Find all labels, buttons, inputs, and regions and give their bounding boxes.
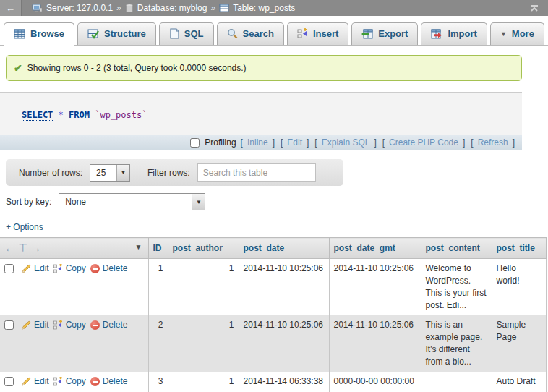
sql-query-box[interactable]: SELECT * FROM `wp_posts` bbox=[0, 93, 522, 135]
transpose-icon[interactable]: ⊤ bbox=[18, 242, 30, 254]
refresh-link[interactable]: Refresh bbox=[478, 137, 508, 148]
tab-label: Browse bbox=[30, 28, 64, 39]
delete-row-link[interactable]: Delete bbox=[90, 263, 128, 275]
cell-post-author: 1 bbox=[168, 372, 239, 392]
row-actions-header: ←⊤→ ▼ bbox=[0, 238, 148, 259]
delete-label: Delete bbox=[103, 263, 128, 275]
bracket: [ bbox=[314, 137, 317, 148]
bracket: ] bbox=[463, 137, 465, 148]
tab-more[interactable]: ▼ More bbox=[490, 22, 544, 45]
column-header-post-title[interactable]: post_title bbox=[492, 238, 546, 259]
profiling-checkbox[interactable] bbox=[190, 138, 200, 148]
sql-icon bbox=[169, 28, 179, 39]
number-of-rows-select[interactable]: 25 ▼ bbox=[90, 164, 130, 182]
sql-table-identifier: `wp_posts` bbox=[95, 110, 147, 120]
transpose-left-icon[interactable]: ← bbox=[4, 242, 18, 254]
bracket: [ bbox=[241, 137, 243, 148]
sort-by-key-select[interactable]: None ▼ bbox=[59, 193, 205, 210]
column-visibility-caret-icon[interactable]: ▼ bbox=[135, 243, 142, 251]
delete-row-link[interactable]: Delete bbox=[90, 319, 128, 331]
copy-row-link[interactable]: Copy bbox=[53, 319, 86, 331]
bracket: [ bbox=[471, 137, 473, 148]
table-icon bbox=[219, 4, 229, 12]
tab-label: Import bbox=[448, 28, 476, 39]
tab-structure[interactable]: Structure bbox=[77, 22, 156, 45]
edit-row-link[interactable]: Edit bbox=[21, 375, 49, 388]
tab-browse[interactable]: Browse bbox=[4, 22, 74, 46]
explain-sql-link[interactable]: Explain SQL bbox=[322, 137, 370, 148]
cell-post-title: Hello world! bbox=[492, 259, 546, 316]
select-dropdown-button[interactable]: ▼ bbox=[192, 194, 205, 210]
column-header-post-content[interactable]: post_content bbox=[421, 238, 492, 259]
copy-row-link[interactable]: Copy bbox=[53, 263, 86, 275]
pencil-icon bbox=[21, 377, 31, 387]
row-controls-bar: Number of rows: 25 ▼ Filter rows: bbox=[6, 159, 343, 186]
tab-search[interactable]: Search bbox=[217, 22, 284, 45]
inline-link[interactable]: Inline bbox=[247, 137, 268, 148]
delete-icon bbox=[90, 264, 100, 273]
chevron-down-icon: ▼ bbox=[500, 30, 507, 38]
query-options-bar: Profiling [ Inline ] [ Edit ] [ Explain … bbox=[0, 135, 522, 150]
tab-label: Insert bbox=[313, 28, 338, 39]
collapse-topbar-button[interactable] bbox=[529, 4, 548, 12]
transpose-right-icon[interactable]: → bbox=[30, 242, 44, 254]
delete-label: Delete bbox=[103, 319, 128, 331]
structure-icon bbox=[87, 29, 99, 39]
cell-id: 2 bbox=[148, 315, 168, 372]
tab-label: Structure bbox=[104, 28, 146, 39]
create-php-code-link[interactable]: Create PHP Code bbox=[389, 137, 458, 148]
pencil-icon bbox=[21, 264, 31, 274]
search-icon bbox=[227, 28, 238, 39]
breadcrumb-table[interactable]: Table: wp_posts bbox=[233, 3, 295, 13]
tab-label: SQL bbox=[184, 28, 204, 39]
column-header-id[interactable]: ID bbox=[148, 238, 168, 259]
tab-import[interactable]: Import bbox=[421, 22, 487, 45]
insert-icon bbox=[297, 28, 308, 39]
breadcrumb-separator: » bbox=[116, 3, 121, 13]
row-select-checkbox[interactable] bbox=[4, 320, 14, 330]
breadcrumb-server[interactable]: Server: 127.0.0.1 bbox=[46, 3, 113, 13]
breadcrumb: Server: 127.0.0.1 » Database: myblog » T… bbox=[22, 3, 529, 13]
column-header-post-date[interactable]: post_date bbox=[239, 238, 329, 259]
cell-post-date: 2014-11-10 10:25:06 bbox=[239, 259, 329, 316]
select-dropdown-button[interactable]: ▼ bbox=[116, 165, 129, 181]
copy-row-link[interactable]: Copy bbox=[53, 375, 86, 388]
edit-row-link[interactable]: Edit bbox=[21, 319, 49, 331]
cell-post-content: Welcome to WordPress. This is your first… bbox=[421, 259, 492, 316]
copy-label: Copy bbox=[66, 319, 86, 331]
table-filter-input[interactable] bbox=[197, 163, 316, 182]
copy-label: Copy bbox=[66, 263, 86, 275]
sql-query-region: SELECT * FROM `wp_posts` Profiling [ Inl… bbox=[0, 92, 522, 150]
cell-post-author: 1 bbox=[168, 315, 239, 372]
breadcrumb-separator: » bbox=[210, 3, 215, 13]
back-button[interactable]: ← bbox=[0, 0, 22, 16]
column-header-post-author[interactable]: post_author bbox=[168, 238, 239, 259]
cell-post-date-gmt: 2014-11-10 10:25:06 bbox=[329, 259, 421, 316]
results-table: ←⊤→ ▼ ID post_author post_date post_date… bbox=[0, 237, 547, 392]
delete-row-link[interactable]: Delete bbox=[90, 375, 128, 388]
cell-post-content: This is an example page. It's different … bbox=[421, 315, 492, 372]
sql-keyword-from: FROM bbox=[69, 110, 90, 120]
edit-row-link[interactable]: Edit bbox=[21, 263, 49, 275]
options-toggle[interactable]: + Options bbox=[6, 222, 43, 232]
table-header-row: ←⊤→ ▼ ID post_author post_date post_date… bbox=[0, 238, 546, 259]
tab-sql[interactable]: SQL bbox=[159, 22, 214, 45]
bracket: [ bbox=[281, 137, 283, 148]
sort-by-key-label: Sort by key: bbox=[6, 197, 51, 207]
edit-query-link[interactable]: Edit bbox=[287, 137, 302, 148]
breadcrumb-database[interactable]: Database: myblog bbox=[137, 3, 207, 13]
copy-icon bbox=[53, 377, 63, 386]
row-select-checkbox[interactable] bbox=[4, 377, 14, 386]
profiling-label: Profiling bbox=[205, 137, 236, 148]
column-header-post-date-gmt[interactable]: post_date_gmt bbox=[329, 238, 421, 259]
bracket: ] bbox=[273, 137, 275, 148]
delete-icon bbox=[90, 320, 100, 330]
row-select-checkbox[interactable] bbox=[4, 264, 14, 273]
tab-insert[interactable]: Insert bbox=[287, 22, 348, 45]
tab-export[interactable]: Export bbox=[351, 22, 418, 45]
sql-keyword-select: SELECT bbox=[22, 110, 53, 121]
status-message-text: Showing rows 0 - 2 (3 total, Query took … bbox=[27, 63, 247, 73]
chevron-down-icon: ▼ bbox=[121, 169, 127, 176]
copy-icon bbox=[53, 264, 63, 273]
success-check-icon: ✔ bbox=[14, 62, 22, 74]
